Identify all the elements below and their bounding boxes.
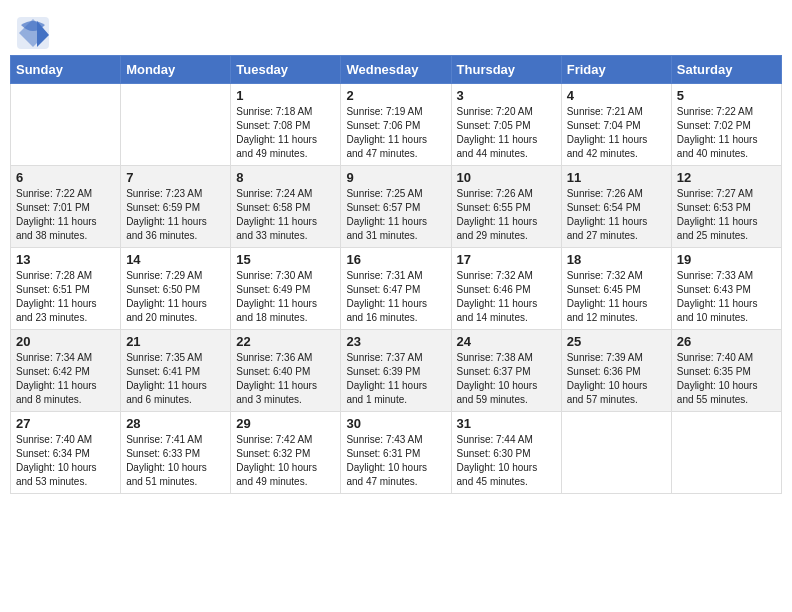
calendar-day-cell: 2Sunrise: 7:19 AM Sunset: 7:06 PM Daylig…	[341, 84, 451, 166]
calendar-day-cell: 26Sunrise: 7:40 AM Sunset: 6:35 PM Dayli…	[671, 330, 781, 412]
calendar-day-cell: 4Sunrise: 7:21 AM Sunset: 7:04 PM Daylig…	[561, 84, 671, 166]
day-info: Sunrise: 7:38 AM Sunset: 6:37 PM Dayligh…	[457, 351, 556, 407]
calendar-day-cell: 21Sunrise: 7:35 AM Sunset: 6:41 PM Dayli…	[121, 330, 231, 412]
day-info: Sunrise: 7:33 AM Sunset: 6:43 PM Dayligh…	[677, 269, 776, 325]
day-of-week-header: Monday	[121, 56, 231, 84]
calendar-day-cell: 29Sunrise: 7:42 AM Sunset: 6:32 PM Dayli…	[231, 412, 341, 494]
day-number: 18	[567, 252, 666, 267]
day-info: Sunrise: 7:30 AM Sunset: 6:49 PM Dayligh…	[236, 269, 335, 325]
day-number: 12	[677, 170, 776, 185]
calendar-day-cell: 25Sunrise: 7:39 AM Sunset: 6:36 PM Dayli…	[561, 330, 671, 412]
day-info: Sunrise: 7:28 AM Sunset: 6:51 PM Dayligh…	[16, 269, 115, 325]
day-number: 31	[457, 416, 556, 431]
day-number: 1	[236, 88, 335, 103]
calendar-week-row: 20Sunrise: 7:34 AM Sunset: 6:42 PM Dayli…	[11, 330, 782, 412]
calendar-day-cell: 9Sunrise: 7:25 AM Sunset: 6:57 PM Daylig…	[341, 166, 451, 248]
calendar-day-cell: 18Sunrise: 7:32 AM Sunset: 6:45 PM Dayli…	[561, 248, 671, 330]
calendar-day-cell: 10Sunrise: 7:26 AM Sunset: 6:55 PM Dayli…	[451, 166, 561, 248]
day-info: Sunrise: 7:18 AM Sunset: 7:08 PM Dayligh…	[236, 105, 335, 161]
calendar-day-cell: 11Sunrise: 7:26 AM Sunset: 6:54 PM Dayli…	[561, 166, 671, 248]
day-number: 19	[677, 252, 776, 267]
calendar-week-row: 6Sunrise: 7:22 AM Sunset: 7:01 PM Daylig…	[11, 166, 782, 248]
day-number: 10	[457, 170, 556, 185]
day-of-week-header: Tuesday	[231, 56, 341, 84]
day-of-week-header: Saturday	[671, 56, 781, 84]
day-info: Sunrise: 7:43 AM Sunset: 6:31 PM Dayligh…	[346, 433, 445, 489]
logo	[15, 15, 49, 47]
day-info: Sunrise: 7:20 AM Sunset: 7:05 PM Dayligh…	[457, 105, 556, 161]
day-info: Sunrise: 7:44 AM Sunset: 6:30 PM Dayligh…	[457, 433, 556, 489]
calendar-day-cell: 5Sunrise: 7:22 AM Sunset: 7:02 PM Daylig…	[671, 84, 781, 166]
calendar-day-cell: 31Sunrise: 7:44 AM Sunset: 6:30 PM Dayli…	[451, 412, 561, 494]
calendar-week-row: 27Sunrise: 7:40 AM Sunset: 6:34 PM Dayli…	[11, 412, 782, 494]
day-info: Sunrise: 7:32 AM Sunset: 6:45 PM Dayligh…	[567, 269, 666, 325]
day-info: Sunrise: 7:26 AM Sunset: 6:54 PM Dayligh…	[567, 187, 666, 243]
day-number: 23	[346, 334, 445, 349]
day-number: 3	[457, 88, 556, 103]
calendar-day-cell: 12Sunrise: 7:27 AM Sunset: 6:53 PM Dayli…	[671, 166, 781, 248]
day-number: 15	[236, 252, 335, 267]
day-info: Sunrise: 7:22 AM Sunset: 7:01 PM Dayligh…	[16, 187, 115, 243]
calendar-day-cell: 20Sunrise: 7:34 AM Sunset: 6:42 PM Dayli…	[11, 330, 121, 412]
day-of-week-header: Thursday	[451, 56, 561, 84]
calendar-day-cell: 17Sunrise: 7:32 AM Sunset: 6:46 PM Dayli…	[451, 248, 561, 330]
day-of-week-header: Sunday	[11, 56, 121, 84]
calendar-day-cell: 13Sunrise: 7:28 AM Sunset: 6:51 PM Dayli…	[11, 248, 121, 330]
day-number: 2	[346, 88, 445, 103]
day-info: Sunrise: 7:40 AM Sunset: 6:34 PM Dayligh…	[16, 433, 115, 489]
page-header	[10, 10, 782, 47]
day-number: 7	[126, 170, 225, 185]
day-number: 25	[567, 334, 666, 349]
calendar-day-cell	[121, 84, 231, 166]
calendar-day-cell: 28Sunrise: 7:41 AM Sunset: 6:33 PM Dayli…	[121, 412, 231, 494]
day-info: Sunrise: 7:29 AM Sunset: 6:50 PM Dayligh…	[126, 269, 225, 325]
day-number: 5	[677, 88, 776, 103]
day-info: Sunrise: 7:35 AM Sunset: 6:41 PM Dayligh…	[126, 351, 225, 407]
calendar-day-cell	[561, 412, 671, 494]
day-number: 27	[16, 416, 115, 431]
day-info: Sunrise: 7:19 AM Sunset: 7:06 PM Dayligh…	[346, 105, 445, 161]
day-info: Sunrise: 7:34 AM Sunset: 6:42 PM Dayligh…	[16, 351, 115, 407]
day-number: 28	[126, 416, 225, 431]
calendar-day-cell	[671, 412, 781, 494]
calendar-day-cell: 7Sunrise: 7:23 AM Sunset: 6:59 PM Daylig…	[121, 166, 231, 248]
day-info: Sunrise: 7:27 AM Sunset: 6:53 PM Dayligh…	[677, 187, 776, 243]
day-of-week-header: Friday	[561, 56, 671, 84]
day-info: Sunrise: 7:36 AM Sunset: 6:40 PM Dayligh…	[236, 351, 335, 407]
day-number: 17	[457, 252, 556, 267]
day-info: Sunrise: 7:22 AM Sunset: 7:02 PM Dayligh…	[677, 105, 776, 161]
logo-icon	[15, 15, 47, 47]
day-number: 22	[236, 334, 335, 349]
calendar-day-cell: 15Sunrise: 7:30 AM Sunset: 6:49 PM Dayli…	[231, 248, 341, 330]
day-info: Sunrise: 7:39 AM Sunset: 6:36 PM Dayligh…	[567, 351, 666, 407]
day-number: 29	[236, 416, 335, 431]
day-number: 14	[126, 252, 225, 267]
calendar-header-row: SundayMondayTuesdayWednesdayThursdayFrid…	[11, 56, 782, 84]
day-number: 24	[457, 334, 556, 349]
calendar-day-cell: 14Sunrise: 7:29 AM Sunset: 6:50 PM Dayli…	[121, 248, 231, 330]
day-number: 8	[236, 170, 335, 185]
day-info: Sunrise: 7:24 AM Sunset: 6:58 PM Dayligh…	[236, 187, 335, 243]
calendar-day-cell: 19Sunrise: 7:33 AM Sunset: 6:43 PM Dayli…	[671, 248, 781, 330]
calendar-day-cell: 30Sunrise: 7:43 AM Sunset: 6:31 PM Dayli…	[341, 412, 451, 494]
calendar-day-cell: 24Sunrise: 7:38 AM Sunset: 6:37 PM Dayli…	[451, 330, 561, 412]
day-info: Sunrise: 7:40 AM Sunset: 6:35 PM Dayligh…	[677, 351, 776, 407]
calendar-day-cell: 6Sunrise: 7:22 AM Sunset: 7:01 PM Daylig…	[11, 166, 121, 248]
calendar-day-cell: 3Sunrise: 7:20 AM Sunset: 7:05 PM Daylig…	[451, 84, 561, 166]
calendar-week-row: 1Sunrise: 7:18 AM Sunset: 7:08 PM Daylig…	[11, 84, 782, 166]
day-number: 20	[16, 334, 115, 349]
day-number: 4	[567, 88, 666, 103]
day-info: Sunrise: 7:26 AM Sunset: 6:55 PM Dayligh…	[457, 187, 556, 243]
day-info: Sunrise: 7:23 AM Sunset: 6:59 PM Dayligh…	[126, 187, 225, 243]
calendar-day-cell: 23Sunrise: 7:37 AM Sunset: 6:39 PM Dayli…	[341, 330, 451, 412]
day-info: Sunrise: 7:31 AM Sunset: 6:47 PM Dayligh…	[346, 269, 445, 325]
day-info: Sunrise: 7:25 AM Sunset: 6:57 PM Dayligh…	[346, 187, 445, 243]
calendar-week-row: 13Sunrise: 7:28 AM Sunset: 6:51 PM Dayli…	[11, 248, 782, 330]
calendar-day-cell: 8Sunrise: 7:24 AM Sunset: 6:58 PM Daylig…	[231, 166, 341, 248]
calendar-day-cell: 1Sunrise: 7:18 AM Sunset: 7:08 PM Daylig…	[231, 84, 341, 166]
day-number: 21	[126, 334, 225, 349]
day-number: 13	[16, 252, 115, 267]
calendar-day-cell: 27Sunrise: 7:40 AM Sunset: 6:34 PM Dayli…	[11, 412, 121, 494]
calendar-table: SundayMondayTuesdayWednesdayThursdayFrid…	[10, 55, 782, 494]
day-number: 30	[346, 416, 445, 431]
